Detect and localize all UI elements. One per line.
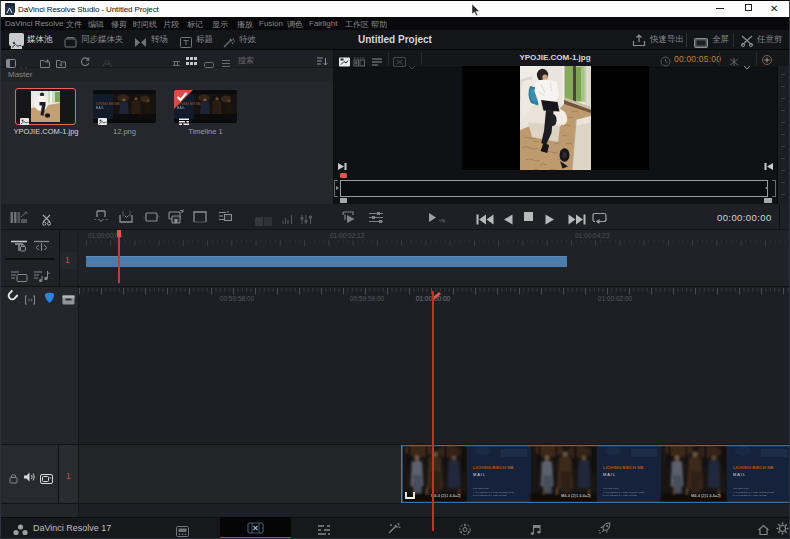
svg-text:01:00:02:00: 01:00:02:00 [598,295,633,302]
svg-text:01:00:04:23: 01:00:04:23 [575,232,610,239]
svg-text:M A I L: M A I L [96,106,104,110]
svg-text:00:59:59:00: 00:59:59:00 [350,295,385,302]
svg-text:LOVING BIG NB: LOVING BIG NB [96,102,120,106]
svg-text:01:00:02:12: 01:00:02:12 [330,232,365,239]
svg-text:00:59:58:00: 00:59:58:00 [220,295,255,302]
